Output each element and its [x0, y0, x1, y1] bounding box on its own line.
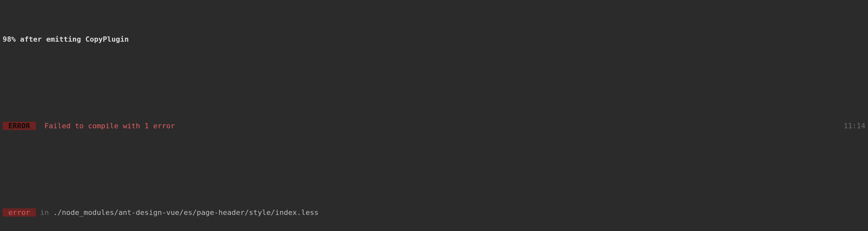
error-badge: ERROR [3, 122, 36, 130]
compile-error-row: ERROR Failed to compile with 1 error 11:… [3, 121, 865, 131]
blank-line [3, 77, 865, 88]
compile-error-left: ERROR Failed to compile with 1 error [3, 121, 175, 131]
error-in-prefix: in [36, 208, 53, 217]
error-in-file: ./node_modules/ant-design-vue/es/page-he… [53, 208, 319, 217]
progress-line: 98% after emitting CopyPlugin [3, 34, 865, 45]
blank-line [3, 164, 865, 174]
timestamp: 11:14 [844, 121, 865, 131]
compile-error-message: Failed to compile with 1 error [44, 122, 175, 130]
error-in-line: error in ./node_modules/ant-design-vue/e… [3, 207, 865, 218]
terminal-output: 98% after emitting CopyPlugin ERROR Fail… [0, 0, 868, 231]
error-lower-badge: error [3, 208, 36, 217]
